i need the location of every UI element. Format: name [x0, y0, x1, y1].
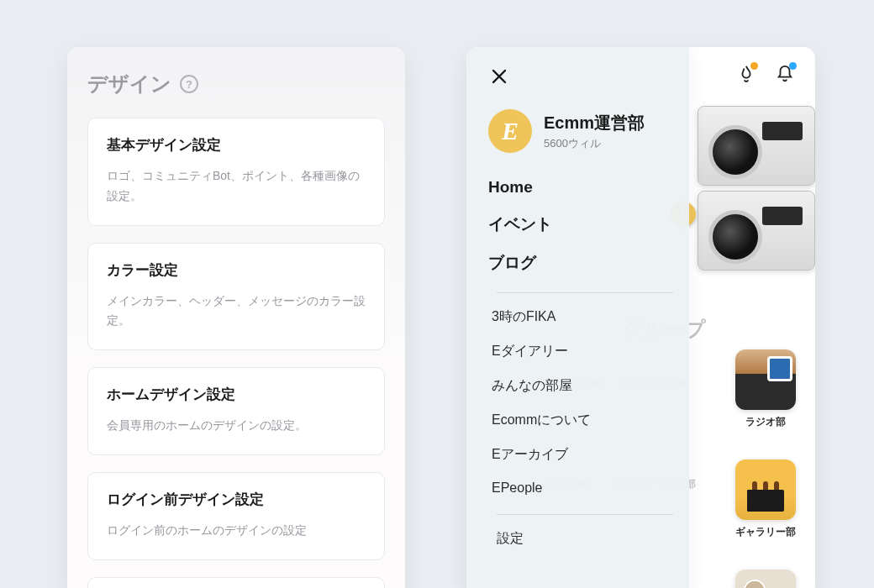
submenu-archive[interactable]: Eアーカイブ — [492, 446, 676, 464]
menu-events[interactable]: イベント — [488, 213, 676, 235]
submenu-about[interactable]: Ecommについて — [492, 412, 676, 429]
camera-image — [698, 191, 815, 270]
group-item-gallery[interactable]: ギャラリー部 — [726, 459, 805, 539]
profile-avatar-icon: E — [488, 109, 532, 153]
menu-home[interactable]: Home — [488, 178, 676, 197]
card-title: ログイン前デザイン設定 — [107, 490, 366, 509]
card-desc: メインカラー、ヘッダー、メッセージのカラー設定。 — [107, 291, 366, 332]
card-basic-design[interactable]: 基本デザイン設定 ロゴ、コミュニティBot、ポイント、各種画像の設定。 — [87, 118, 385, 226]
card-desc: 会員専用のホームのデザインの設定。 — [107, 416, 366, 436]
submenu-fika[interactable]: 3時のFIKA — [492, 308, 676, 326]
profile-block[interactable]: E Ecmm運営部 5600ウィル — [488, 109, 676, 153]
group-label: ギャラリー部 — [735, 525, 796, 539]
card-color[interactable]: カラー設定 メインカラー、ヘッダー、メッセージのカラー設定。 — [87, 243, 385, 351]
card-code-tag[interactable]: コードタグ設定 Headタグ、Bodyタグへのタグの埋め込み設定 — [87, 577, 385, 588]
submenu-diary[interactable]: Eダイアリー — [492, 343, 676, 360]
card-prelogin-design[interactable]: ログイン前デザイン設定 ログイン前のホームのデザインの設定 — [87, 472, 385, 560]
card-desc: ログイン前のホームのデザインの設定 — [107, 521, 366, 541]
card-home-design[interactable]: ホームデザイン設定 会員専用のホームのデザインの設定。 — [87, 367, 385, 455]
card-title: 基本デザイン設定 — [107, 135, 366, 155]
profile-name: Ecmm運営部 — [544, 112, 645, 134]
group-grid: ラジオ部 ギャラリー部 — [726, 349, 805, 588]
panel-title-row: デザイン ? — [87, 71, 385, 97]
camera-image — [698, 106, 815, 186]
group-item-radio[interactable]: ラジオ部 — [726, 349, 805, 429]
secondary-menu: 3時のFIKA Eダイアリー みんなの部屋 Ecommについて Eアーカイブ E… — [488, 308, 676, 496]
help-icon[interactable]: ? — [180, 75, 198, 93]
card-title: カラー設定 — [107, 260, 366, 280]
group-item-coffee[interactable] — [726, 570, 805, 588]
mobile-preview-panel: E グループ サイクリング部 ガーデニング部 パズル部 ペインティング部 ラジオ… — [466, 47, 815, 588]
card-desc: ロゴ、コミュニティBot、ポイント、各種画像の設定。 — [107, 166, 366, 207]
group-thumb — [735, 570, 796, 588]
primary-menu: Home イベント ブログ — [488, 178, 676, 274]
design-settings-panel: デザイン ? 基本デザイン設定 ロゴ、コミュニティBot、ポイント、各種画像の設… — [67, 47, 405, 588]
banner-cameras: E — [681, 106, 815, 299]
group-thumb — [735, 459, 796, 520]
card-title: ホームデザイン設定 — [107, 385, 366, 404]
nav-drawer: E Ecmm運営部 5600ウィル Home イベント ブログ 3時のFIKA … — [466, 47, 689, 588]
submenu-room[interactable]: みんなの部屋 — [492, 377, 676, 395]
menu-divider — [497, 292, 673, 293]
profile-points: 5600ウィル — [544, 136, 645, 151]
menu-settings[interactable]: 設定 — [488, 530, 676, 548]
menu-divider — [497, 514, 673, 515]
panel-title: デザイン — [87, 71, 171, 97]
menu-blog[interactable]: ブログ — [488, 252, 676, 274]
submenu-epeople[interactable]: EPeople — [492, 480, 676, 496]
close-icon[interactable] — [488, 66, 510, 87]
group-label: ラジオ部 — [745, 415, 786, 429]
group-thumb — [735, 349, 796, 410]
